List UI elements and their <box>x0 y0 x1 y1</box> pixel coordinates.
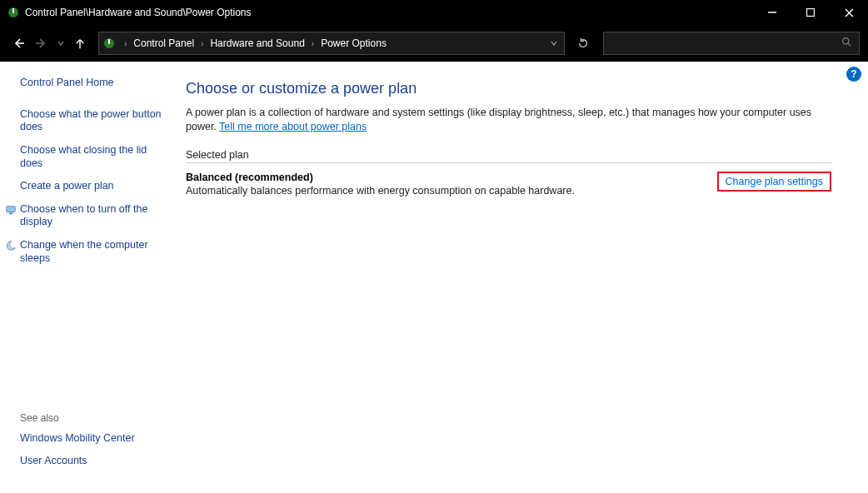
search-icon <box>841 37 852 50</box>
svg-point-6 <box>843 38 849 44</box>
control-panel-home-link[interactable]: Control Panel Home <box>20 77 162 90</box>
breadcrumb-control-panel[interactable]: Control Panel <box>132 37 196 49</box>
svg-rect-1 <box>12 8 14 13</box>
see-also-section: See also Windows Mobility Center User Ac… <box>20 412 171 468</box>
tell-me-more-link[interactable]: Tell me more about power plans <box>219 121 367 132</box>
see-also-mobility-center[interactable]: Windows Mobility Center <box>20 432 162 446</box>
search-input[interactable] <box>609 37 854 49</box>
address-bar[interactable]: › Control Panel › Hardware and Sound › P… <box>98 32 565 55</box>
power-options-icon <box>7 6 20 19</box>
chevron-right-icon[interactable]: › <box>196 39 208 48</box>
sidebar-item-create-plan[interactable]: Create a power plan <box>20 180 162 193</box>
moon-icon <box>5 240 17 251</box>
see-also-heading: See also <box>20 412 171 424</box>
breadcrumb-power-options[interactable]: Power Options <box>319 37 388 49</box>
titlebar: Control Panel\Hardware and Sound\Power O… <box>0 0 868 25</box>
svg-rect-8 <box>9 212 12 214</box>
help-button[interactable]: ? <box>846 67 861 82</box>
svg-rect-7 <box>7 206 16 212</box>
power-options-icon <box>102 37 116 50</box>
maximize-button[interactable] <box>791 0 830 25</box>
chevron-right-icon[interactable]: › <box>119 39 132 48</box>
sidebar-item-turn-off-display[interactable]: Choose when to turn off the display <box>20 203 162 229</box>
change-plan-settings-link[interactable]: Change plan settings <box>717 172 831 192</box>
page-description: A power plan is a collection of hardware… <box>186 106 829 134</box>
navigation-bar: › Control Panel › Hardware and Sound › P… <box>0 25 868 62</box>
svg-rect-2 <box>768 12 776 13</box>
sidebar-item-computer-sleeps[interactable]: Change when the computer sleeps <box>20 239 162 265</box>
window-controls <box>753 0 868 25</box>
sidebar: Control Panel Home Choose what the power… <box>0 62 179 493</box>
back-button[interactable] <box>8 33 28 53</box>
sidebar-item-power-button[interactable]: Choose what the power button does <box>20 108 162 134</box>
window-title: Control Panel\Hardware and Sound\Power O… <box>25 7 753 18</box>
minimize-button[interactable] <box>753 0 791 25</box>
up-button[interactable] <box>70 33 90 53</box>
plan-description: Automatically balances performance with … <box>186 185 717 197</box>
page-title: Choose or customize a power plan <box>186 80 829 97</box>
power-plan-row: Balanced (recommended) Automatically bal… <box>186 172 831 197</box>
breadcrumb-hardware-sound[interactable]: Hardware and Sound <box>208 37 306 49</box>
forward-button[interactable] <box>32 33 52 53</box>
search-box[interactable] <box>603 32 860 55</box>
recent-locations-dropdown[interactable] <box>55 40 67 47</box>
svg-rect-5 <box>108 39 110 44</box>
refresh-button[interactable] <box>571 32 595 55</box>
selected-plan-heading: Selected plan <box>186 149 831 163</box>
main-content: Choose or customize a power plan A power… <box>179 62 846 493</box>
see-also-user-accounts[interactable]: User Accounts <box>20 455 162 468</box>
sidebar-item-closing-lid[interactable]: Choose what closing the lid does <box>20 144 162 170</box>
svg-rect-3 <box>807 9 815 17</box>
plan-name: Balanced (recommended) <box>186 172 717 183</box>
close-button[interactable] <box>830 0 868 25</box>
address-dropdown-icon[interactable] <box>547 37 561 49</box>
chevron-right-icon[interactable]: › <box>307 39 319 48</box>
monitor-icon <box>5 204 17 216</box>
